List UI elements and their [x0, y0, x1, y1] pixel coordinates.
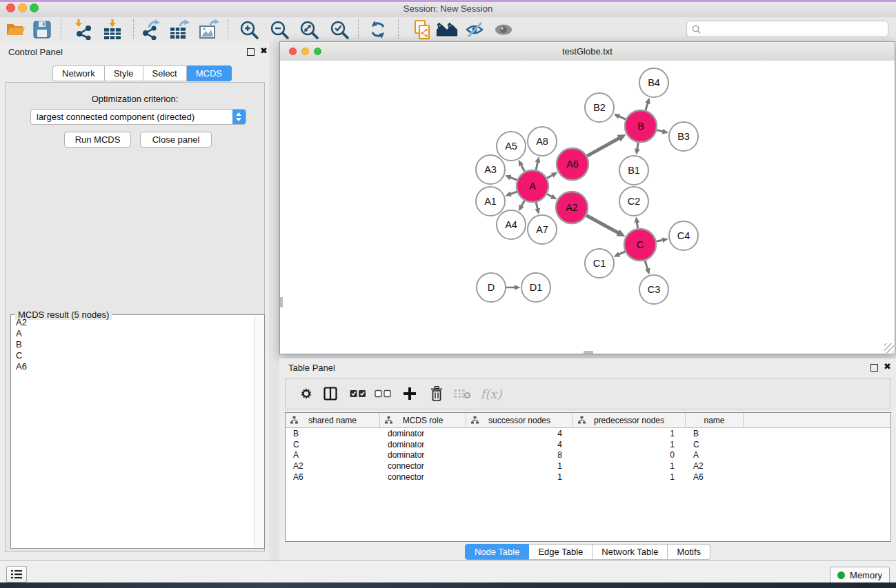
run-mcds-button[interactable]: Run MCDS — [64, 132, 131, 148]
column-header-MCDS-role[interactable]: MCDS role — [380, 413, 466, 427]
deselect-all-icon[interactable] — [372, 383, 394, 405]
table-cell[interactable]: connector — [380, 461, 466, 471]
graph-edge-A6-B[interactable] — [587, 138, 619, 156]
graph-node-B[interactable]: B — [625, 110, 657, 142]
table-row[interactable]: Cdominator41C — [286, 439, 890, 450]
table-tab-node-table[interactable]: Node Table — [465, 544, 530, 560]
memory-button[interactable]: Memory — [830, 567, 890, 584]
graph-node-C1[interactable]: C1 — [585, 249, 614, 278]
mcds-result-item[interactable]: A6 — [11, 361, 255, 372]
graph-edge-B-B2[interactable] — [619, 116, 626, 119]
graph-node-C2[interactable]: C2 — [619, 187, 648, 216]
result-scrollbar[interactable] — [254, 316, 263, 547]
graph-node-C4[interactable]: C4 — [669, 221, 698, 250]
add-column-icon[interactable] — [399, 383, 421, 405]
table-row[interactable]: Bdominator41B — [286, 428, 890, 439]
table-row[interactable]: A6connector11A6 — [286, 472, 890, 483]
table-cell[interactable]: A — [286, 450, 380, 460]
graph-edge-B-B1[interactable] — [637, 143, 639, 150]
graph-node-A3[interactable]: A3 — [476, 155, 505, 184]
float-table-panel-icon[interactable] — [870, 364, 878, 372]
show-column-icon[interactable] — [319, 383, 341, 405]
graph-edge-A-A5[interactable] — [521, 165, 525, 171]
task-history-button[interactable] — [6, 566, 27, 582]
graph-edge-A-A3[interactable] — [510, 177, 517, 180]
column-header-name[interactable]: name — [686, 413, 744, 427]
graph-edge-A-A4[interactable] — [521, 201, 524, 206]
mcds-result-item[interactable]: A2 — [11, 317, 255, 328]
table-cell[interactable]: 4 — [466, 429, 573, 438]
table-cell[interactable]: 1 — [573, 472, 686, 482]
network-graph[interactable]: B4B2BB3B1A5A8A6A3AA1C2A2A4A7CC4C1C3DD1 — [280, 61, 895, 354]
table-cell[interactable]: 1 — [573, 429, 686, 438]
graph-edge-B-B4[interactable] — [646, 103, 648, 110]
column-header-successor-nodes[interactable]: successor nodes — [466, 413, 573, 427]
export-image-icon[interactable] — [197, 18, 221, 41]
import-network-icon[interactable] — [71, 18, 94, 41]
close-table-panel-icon[interactable]: ✖ — [884, 362, 891, 372]
function-builder-icon[interactable]: f(x) — [480, 383, 502, 405]
column-header-shared-name[interactable]: shared name — [286, 413, 380, 427]
table-cell[interactable]: 8 — [466, 450, 573, 460]
table-settings-gear-icon[interactable] — [295, 383, 317, 405]
graph-edge-A2-C[interactable] — [586, 215, 618, 232]
table-cell[interactable]: 1 — [466, 461, 573, 471]
zoom-fit-icon[interactable] — [297, 18, 321, 41]
graph-node-B1[interactable]: B1 — [619, 156, 648, 185]
close-panel-icon[interactable]: ✖ — [260, 46, 268, 56]
table-cell[interactable]: A6 — [686, 472, 744, 482]
table-cell[interactable]: 1 — [573, 440, 686, 449]
table-cell[interactable]: A — [686, 450, 744, 460]
close-panel-button[interactable]: Close panel — [140, 132, 212, 148]
table-cell[interactable]: B — [686, 429, 744, 438]
tab-select[interactable]: Select — [143, 65, 187, 81]
zoom-selected-icon[interactable] — [328, 18, 351, 41]
graph-node-A1[interactable]: A1 — [476, 187, 505, 216]
table-cell[interactable]: dominator — [380, 429, 466, 438]
open-file-icon[interactable] — [3, 18, 27, 41]
table-cell[interactable]: 1 — [573, 461, 686, 471]
table-cell[interactable]: A2 — [286, 461, 380, 471]
table-tab-motifs[interactable]: Motifs — [668, 544, 710, 560]
graph-edge-A-A7[interactable] — [536, 202, 537, 208]
graph-node-A[interactable]: A — [517, 170, 548, 202]
float-panel-icon[interactable] — [247, 48, 255, 56]
graph-node-B2[interactable]: B2 — [585, 93, 614, 122]
graph-node-C3[interactable]: C3 — [639, 275, 668, 304]
criterion-dropdown[interactable]: largest connected component (directed) — [30, 109, 246, 125]
delete-table-icon[interactable] — [451, 383, 473, 405]
vertical-scroll-thumb[interactable] — [280, 297, 283, 307]
table-cell[interactable]: A6 — [286, 472, 380, 482]
table-row[interactable]: A2connector11A2 — [286, 460, 890, 472]
table-cell[interactable]: 4 — [466, 440, 573, 449]
horizontal-scroll-thumb[interactable] — [584, 351, 593, 354]
export-network-icon[interactable] — [139, 18, 162, 41]
graph-node-B4[interactable]: B4 — [639, 68, 668, 97]
tab-mcds[interactable]: MCDS — [187, 65, 232, 81]
graph-edge-A-A8[interactable] — [536, 162, 537, 170]
graph-edge-C-C2[interactable] — [637, 223, 637, 229]
graph-node-A5[interactable]: A5 — [497, 132, 526, 161]
table-cell[interactable]: C — [686, 440, 744, 449]
network-window-titlebar[interactable]: testGlobe.txt — [280, 42, 895, 61]
show-preview-eye-icon[interactable] — [492, 18, 515, 41]
zoom-in-icon[interactable] — [237, 18, 261, 41]
search-field[interactable] — [686, 21, 888, 37]
mcds-result-item[interactable]: C — [11, 350, 255, 361]
zoom-out-icon[interactable] — [268, 18, 291, 41]
mcds-result-item[interactable]: A — [11, 328, 255, 339]
graph-node-A4[interactable]: A4 — [497, 210, 526, 239]
search-input[interactable] — [701, 24, 888, 34]
table-cell[interactable]: 1 — [466, 472, 573, 482]
tab-style[interactable]: Style — [105, 65, 143, 81]
table-cell[interactable]: C — [286, 440, 380, 449]
table-cell[interactable]: A2 — [686, 461, 744, 471]
delete-column-trash-icon[interactable] — [426, 383, 448, 405]
graph-node-D[interactable]: D — [477, 273, 506, 302]
graph-edge-C-C1[interactable] — [619, 252, 625, 254]
save-session-icon[interactable] — [30, 18, 54, 41]
graph-node-D1[interactable]: D1 — [521, 273, 550, 302]
select-all-icon[interactable] — [347, 383, 369, 405]
table-row[interactable]: Adominator80A — [286, 449, 890, 460]
table-cell[interactable]: dominator — [380, 450, 466, 460]
